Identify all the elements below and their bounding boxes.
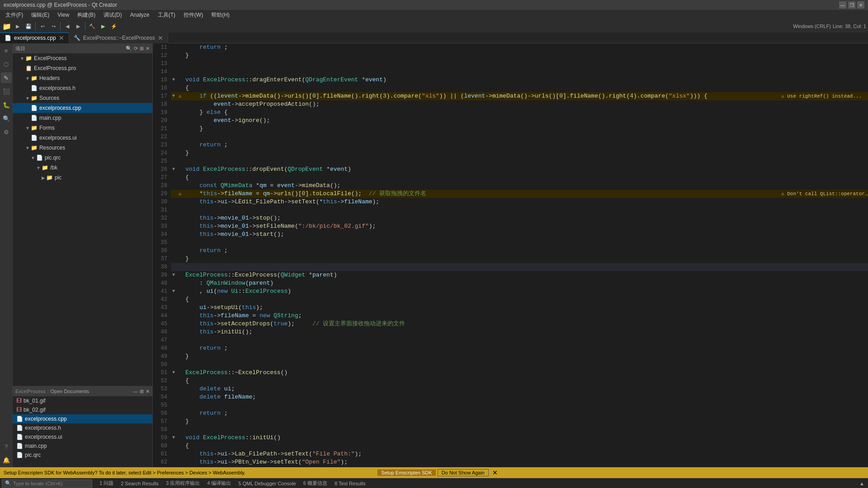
tree-resources-folder[interactable]: ▼ 📁 Resources (13, 143, 152, 153)
menu-file[interactable]: 文件(F) (2, 10, 27, 20)
open-docs-minimize-icon[interactable]: — (133, 389, 138, 394)
sidebar-layout-icon[interactable]: ⊞ (140, 46, 144, 52)
tree-label: /bk (50, 164, 57, 171)
code-line-60: 60 { (153, 442, 868, 450)
new-file-button[interactable]: 📁 (2, 21, 12, 31)
notification-close-icon[interactable]: ✕ (492, 469, 864, 476)
open-doc-bk01[interactable]: 🎞 bk_01.gif (13, 396, 152, 405)
notifications-icon[interactable]: 🔔 (1, 455, 12, 465)
code-line-36: 36 return ; (153, 247, 868, 255)
tree-excelprocess-pro[interactable]: 📋 ExcelProcess.pro (13, 63, 152, 73)
open-doc-main-cpp[interactable]: 📄 main.cpp (13, 441, 152, 450)
code-line-32: 32 this->movie_01->stop(); (153, 214, 868, 222)
tab-excelprocess-destructor[interactable]: 🔧 ExcelProcess::~ExcelProcess ✕ (69, 33, 168, 43)
menu-bar: 文件(F) 编辑(E) View 构建(B) 调试(D) Analyze 工具(… (0, 10, 868, 20)
notification-bar: Setup Emscripten SDK for WebAssembly? To… (0, 467, 868, 478)
tree-excelprocess-root[interactable]: ▼ 📁 ExcelProcess (13, 53, 152, 63)
arrow-icon: ▼ (25, 96, 30, 101)
design-icon[interactable]: ⬛ (1, 86, 12, 97)
code-line-41: 41 ▼ , ui(new Ui::ExcelProcess) (153, 287, 868, 296)
open-doc-excelprocess-h[interactable]: 📄 excelprocess.h (13, 423, 152, 432)
tree-excelprocess-h[interactable]: 📄 excelprocess.h (13, 83, 152, 93)
run-button[interactable]: ▶ (98, 21, 108, 31)
tree-pic-folder[interactable]: ▶ 📁 pic (13, 173, 152, 183)
code-line-21: 21 } (153, 125, 868, 133)
open-doc-pic-qrc[interactable]: 📄 pic.qrc (13, 450, 152, 460)
menu-widgets[interactable]: 控件(W) (180, 10, 207, 20)
open-file-button[interactable]: ▶ (13, 21, 23, 31)
tree-headers-folder[interactable]: ▼ 📁 Headers (13, 73, 152, 83)
doc-icon: 📄 (16, 425, 23, 431)
close-button[interactable]: ✕ (857, 1, 864, 9)
sidebar-close-icon[interactable]: ✕ (146, 46, 150, 52)
sidebar-filter-icon[interactable]: 🔍 (126, 46, 132, 52)
arrow-icon: ▼ (20, 56, 24, 61)
tree-sources-folder[interactable]: ▼ 📁 Sources (13, 93, 152, 103)
do-not-show-again-button[interactable]: Do Not Show Again (438, 469, 489, 476)
open-docs-close-icon[interactable]: ✕ (146, 389, 150, 394)
code-line-59: 59 ▼ void ExcelProcess::initUi() (153, 434, 868, 442)
help-icon[interactable]: ? (1, 441, 12, 452)
tab-excelprocess-cpp[interactable]: 📄 excelprocess.cpp ✕ (0, 33, 69, 43)
locator-bar[interactable]: 🔍 Type to locate (Ctrl+K) (2, 479, 92, 488)
folder-icon: 📁 (25, 55, 32, 61)
save-button[interactable]: 💾 (24, 21, 33, 31)
undo-button[interactable]: ↩ (38, 21, 47, 31)
code-line-61: 61 this->ui->Lab_FilePath->setText("File… (153, 450, 868, 458)
tab-close-button2[interactable]: ✕ (158, 34, 163, 42)
folder-icon: 📁 (31, 95, 38, 101)
bottom-tab-search[interactable]: 2 Search Results (117, 479, 162, 488)
code-line-27: 27 { (153, 174, 868, 182)
setup-emscripten-button[interactable]: Setup Emscripten SDK (377, 469, 436, 476)
cpp-file-icon: 📄 (31, 105, 38, 111)
menu-tools[interactable]: 工具(T) (154, 10, 179, 20)
menu-build[interactable]: 构建(B) (74, 10, 99, 20)
bottom-right-status: ▲ (859, 481, 868, 486)
code-line-33: 33 this->movie_01->setFileName(":/bk/pic… (153, 222, 868, 230)
tree-bk-folder[interactable]: ▼ 📁 /bk (13, 163, 152, 173)
build-button[interactable]: 🔨 (87, 21, 97, 31)
bottom-tab-compile[interactable]: 4 编译输出 (203, 479, 235, 488)
edit-icon[interactable]: ✎ (1, 72, 12, 83)
next-button[interactable]: ▶ (73, 21, 83, 31)
file-encoding: Windows (CRLF) (793, 23, 831, 29)
open-doc-bk02[interactable]: 🎞 bk_02.gif (13, 405, 152, 414)
open-docs-layout-icon[interactable]: ⊞ (140, 389, 144, 394)
bottom-tab-issues[interactable]: 1 问题 (96, 479, 117, 488)
open-doc-excelprocess-cpp[interactable]: 📄 excelprocess.cpp (13, 414, 152, 423)
code-editor[interactable]: 11 return ; 12 } 13 (153, 43, 868, 467)
tab-label2: ExcelProcess::~ExcelProcess (83, 35, 155, 41)
menu-debug[interactable]: 调试(D) (100, 10, 126, 20)
menu-analyze[interactable]: Analyze (127, 11, 153, 19)
debug-run-button[interactable]: ⚡ (109, 21, 119, 31)
tree-forms-folder[interactable]: ▼ 📁 Forms (13, 123, 152, 133)
doc-label: excelprocess.ui (25, 434, 62, 440)
debug-icon[interactable]: 🐛 (1, 99, 12, 110)
settings-icon[interactable]: ⚙ (1, 127, 12, 137)
bottom-tab-qml-debug[interactable]: 5 QML Debugger Console (235, 479, 299, 488)
tree-label: excelprocess.h (39, 85, 75, 91)
tree-excelprocess-ui[interactable]: 📄 excelprocess.ui (13, 133, 152, 143)
bottom-tab-app-output[interactable]: 3 应用程序输出 (162, 479, 203, 488)
open-docs-label: Open Documents (51, 389, 90, 394)
bottom-tab-summary[interactable]: 6 概要信息 (300, 479, 331, 488)
minimize-button[interactable]: — (839, 1, 846, 9)
sidebar-sync-icon[interactable]: ⟳ (134, 46, 138, 52)
redo-button[interactable]: ↪ (48, 21, 58, 31)
tree-main-cpp[interactable]: 📄 main.cpp (13, 113, 152, 123)
restore-button[interactable]: ❐ (848, 1, 855, 9)
bottom-tab-test[interactable]: 8 Test Results (331, 479, 369, 488)
ui-file-icon: 📄 (31, 135, 38, 141)
sidebar-header-label: 项目 (15, 45, 25, 52)
open-doc-excelprocess-ui[interactable]: 📄 excelprocess.ui (13, 432, 152, 441)
prev-button[interactable]: ◀ (62, 21, 72, 31)
menu-edit[interactable]: 编辑(E) (28, 10, 53, 20)
tree-pic-qrc[interactable]: ▼ 📄 pic.qrc (13, 153, 152, 163)
menu-help[interactable]: 帮助(H) (208, 10, 233, 20)
tree-excelprocess-cpp[interactable]: 📄 excelprocess.cpp (13, 103, 152, 113)
tab-close-button[interactable]: ✕ (59, 34, 64, 42)
welcome-icon[interactable]: ⬡ (1, 59, 12, 70)
menu-view[interactable]: View (54, 11, 73, 19)
projects-icon[interactable]: ≡ (1, 45, 12, 56)
search-icon[interactable]: 🔍 (1, 113, 12, 124)
